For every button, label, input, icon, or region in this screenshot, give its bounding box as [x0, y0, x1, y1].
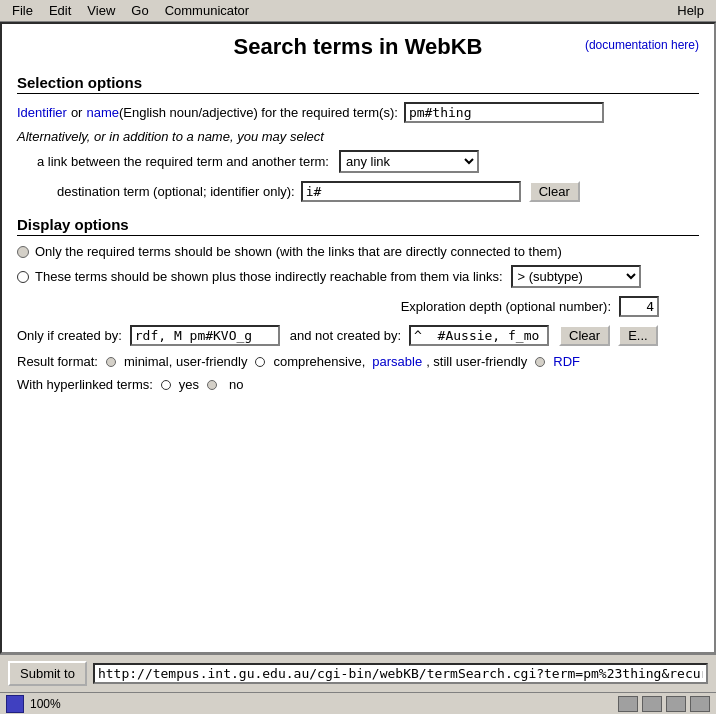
format-radio2[interactable] [255, 357, 265, 367]
parsable-link[interactable]: parsable [372, 354, 422, 369]
link-label: a link between the required term and ano… [37, 154, 329, 169]
format-radio1[interactable] [106, 357, 116, 367]
exploration-input[interactable] [619, 296, 659, 317]
created-by-row: Only if created by: and not created by: … [17, 325, 699, 346]
created-by-input[interactable] [130, 325, 280, 346]
menu-file[interactable]: File [4, 1, 41, 20]
status-icon [6, 695, 24, 713]
clear-dest-button[interactable]: Clear [529, 181, 580, 202]
or-text: or [71, 105, 83, 120]
format-radio3[interactable] [535, 357, 545, 367]
display-option2-row: These terms should be shown plus those i… [17, 265, 699, 288]
status-icon-4 [690, 696, 710, 712]
link-row: a link between the required term and ano… [17, 150, 699, 173]
display-heading: Display options [17, 216, 699, 236]
url-input[interactable] [93, 663, 708, 684]
menubar: File Edit View Go Communicator Help [0, 0, 716, 22]
format-comprehensive: comprehensive, [273, 354, 365, 369]
display-option2-text: These terms should be shown plus those i… [35, 269, 503, 284]
name-suffix: (English noun/adjective) for the require… [119, 105, 398, 120]
format-suffix: , still user-friendly [426, 354, 527, 369]
radio2-icon[interactable] [17, 271, 29, 283]
submit-button[interactable]: Submit to [8, 661, 87, 686]
status-icon-3 [666, 696, 686, 712]
result-format-row: Result format: minimal, user-friendly co… [17, 354, 699, 369]
radio1-icon[interactable] [17, 246, 29, 258]
result-format-label: Result format: [17, 354, 98, 369]
status-icon-1 [618, 696, 638, 712]
exploration-label: Exploration depth (optional number): [401, 299, 611, 314]
identifier-input[interactable] [404, 102, 604, 123]
doc-link[interactable]: (documentation here) [585, 38, 699, 52]
display-option1-row: Only the required terms should be shown … [17, 244, 699, 259]
indirect-link-select[interactable]: > (subtype) [511, 265, 641, 288]
name-link[interactable]: name [86, 105, 119, 120]
clear-created-button[interactable]: Clear [559, 325, 610, 346]
identifier-link[interactable]: Identifier [17, 105, 67, 120]
hyperlink-radio-no[interactable] [207, 380, 217, 390]
main-content: (documentation here) Search terms in Web… [0, 22, 716, 654]
dest-label: destination term (optional; identifier o… [57, 184, 295, 199]
link-select[interactable]: any link [339, 150, 479, 173]
status-icon-2 [642, 696, 662, 712]
dest-input[interactable] [301, 181, 521, 202]
format-minimal: minimal, user-friendly [124, 354, 248, 369]
not-created-label: and not created by: [290, 328, 401, 343]
extra-button[interactable]: E... [618, 325, 658, 346]
menu-communicator[interactable]: Communicator [157, 1, 258, 20]
rdf-link[interactable]: RDF [553, 354, 580, 369]
hyperlink-row: With hyperlinked terms: yes no [17, 377, 699, 392]
created-by-label: Only if created by: [17, 328, 122, 343]
identifier-row: Identifier or name (English noun/adjecti… [17, 102, 699, 123]
selection-heading: Selection options [17, 74, 699, 94]
menu-help[interactable]: Help [669, 1, 712, 20]
menu-go[interactable]: Go [123, 1, 156, 20]
hyperlink-no-label: no [229, 377, 243, 392]
menu-view[interactable]: View [79, 1, 123, 20]
dest-row: destination term (optional; identifier o… [17, 181, 699, 202]
hyperlink-radio-yes[interactable] [161, 380, 171, 390]
status-bar: 100% [0, 692, 716, 714]
not-created-input[interactable] [409, 325, 549, 346]
alt-text: Alternatively, or in addition to a name,… [17, 129, 699, 144]
status-right-icons [618, 696, 710, 712]
exploration-row: Exploration depth (optional number): [17, 296, 699, 317]
hyperlink-yes-label: yes [179, 377, 199, 392]
menu-edit[interactable]: Edit [41, 1, 79, 20]
bottom-bar: Submit to [0, 654, 716, 692]
display-option1-text: Only the required terms should be shown … [35, 244, 562, 259]
hyperlink-label: With hyperlinked terms: [17, 377, 153, 392]
status-percent: 100% [30, 697, 61, 711]
